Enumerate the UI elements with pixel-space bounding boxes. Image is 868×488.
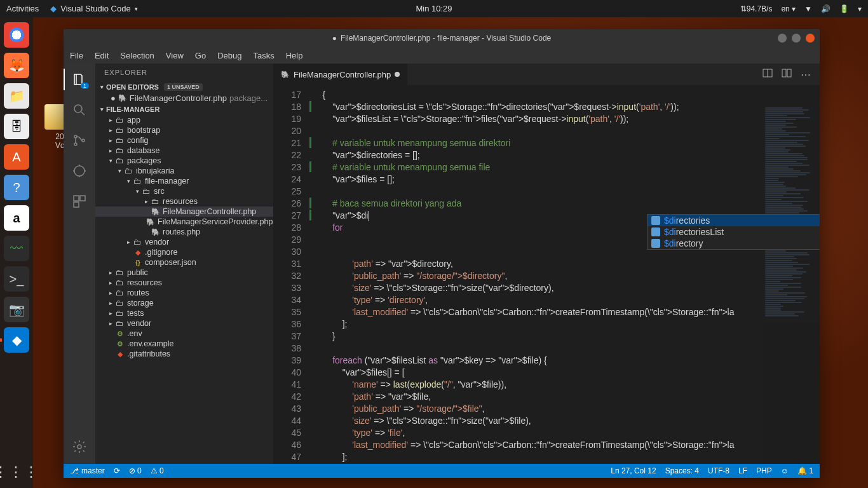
tree-item[interactable]: ◆.gitattributes	[95, 349, 273, 359]
folder-icon: 🗀	[116, 156, 125, 165]
dock-nautilus[interactable]: 🗄	[4, 114, 29, 139]
tree-item[interactable]: ▾🗀src	[95, 186, 273, 196]
minimap[interactable]	[763, 107, 820, 464]
menu-debug[interactable]: Debug	[217, 51, 241, 60]
project-header[interactable]: ▾FILE-MANAGER	[95, 104, 273, 115]
menu-help[interactable]: Help	[286, 51, 303, 60]
network-speed: ⇅94.7B/s	[740, 4, 773, 13]
menu-view[interactable]: View	[166, 51, 184, 60]
folder-icon: 🗀	[125, 166, 133, 175]
tree-item[interactable]: ▸🗀vendor	[95, 237, 273, 247]
tree-item[interactable]: ◆.gitignore	[95, 247, 273, 257]
activity-search[interactable]	[71, 102, 88, 118]
line-gutter[interactable]: 1718192021222324252627282930313233343536…	[273, 85, 313, 464]
tree-item[interactable]: 🐘FileManagerServiceProvider.php	[95, 217, 273, 227]
statusbar: ⎇ master ⟳ ⊘ 0 ⚠ 0 Ln 27, Col 12 Spaces:…	[64, 464, 820, 478]
dock-screenshot[interactable]: 📷	[4, 297, 29, 322]
status-errors[interactable]: ⊘ 0	[129, 466, 142, 475]
keyboard-lang[interactable]: en ▾	[781, 4, 796, 13]
folder-icon: 🗀	[116, 319, 125, 328]
tree-item[interactable]: ▸🗀resources	[95, 196, 273, 207]
status-sync[interactable]: ⟳	[114, 466, 120, 475]
activity-explorer[interactable]: 1	[71, 71, 88, 88]
dock-terminal[interactable]: >_	[4, 266, 29, 292]
more-actions-icon[interactable]: ⋯	[801, 69, 811, 81]
status-eol[interactable]: LF	[738, 466, 747, 475]
tree-item[interactable]: ▸🗀config	[95, 135, 273, 146]
volume-icon[interactable]: 🔊	[821, 4, 831, 13]
open-editor-item[interactable]: ● 🐘 FileManagerController.php package...	[95, 93, 273, 104]
status-indent[interactable]: Spaces: 4	[665, 466, 699, 475]
dock-firefox[interactable]: 🦊	[4, 53, 29, 78]
tree-item[interactable]: ▸🗀storage	[95, 298, 273, 308]
variable-icon	[651, 239, 660, 248]
suggest-item[interactable]: $directories	[648, 215, 820, 226]
svg-rect-5	[74, 196, 79, 201]
tree-item[interactable]: 🐘routes.php	[95, 227, 273, 237]
status-language[interactable]: PHP	[756, 466, 772, 475]
svg-point-4	[74, 166, 85, 176]
status-encoding[interactable]: UTF-8	[708, 466, 729, 475]
editor-tab[interactable]: 🐘 FileManagerController.php	[273, 64, 407, 85]
tree-item[interactable]: ⚙.env	[95, 329, 273, 339]
suggest-item[interactable]: $directoriesList	[648, 226, 820, 238]
dock-help[interactable]: ?	[4, 175, 29, 200]
php-icon: 🐘	[281, 71, 290, 79]
dock-show-apps[interactable]: ⋮⋮⋮	[0, 464, 39, 480]
system-menu-arrow[interactable]: ▾	[858, 4, 862, 13]
tree-item[interactable]: 🐘FileManagerController.php	[95, 207, 273, 217]
suggest-item[interactable]: $directory	[648, 238, 820, 249]
window-minimize[interactable]	[778, 34, 787, 43]
split-editor-icon[interactable]	[763, 68, 773, 81]
dock-vscode[interactable]: ◆	[4, 327, 29, 353]
menu-go[interactable]: Go	[195, 51, 206, 60]
tree-item[interactable]: ▸🗀public	[95, 268, 273, 278]
status-position[interactable]: Ln 27, Col 12	[611, 466, 656, 475]
tree-item[interactable]: ▾🗀ibnujakaria	[95, 166, 273, 176]
menu-tasks[interactable]: Tasks	[253, 51, 274, 60]
tree-item[interactable]: ▾🗀file-manager	[95, 176, 273, 186]
current-app-indicator[interactable]: ◆ Visual Studio Code ▾	[50, 4, 137, 13]
dock-software[interactable]: A	[4, 144, 29, 170]
tree-item[interactable]: ▾🗀packages	[95, 156, 273, 166]
tree-item[interactable]: ▸🗀tests	[95, 308, 273, 318]
menu-edit[interactable]: Edit	[95, 51, 109, 60]
tree-item[interactable]: ▸🗀vendor	[95, 318, 273, 329]
window-close[interactable]	[806, 34, 815, 43]
activity-scm[interactable]	[71, 132, 88, 149]
svg-point-8	[78, 445, 81, 449]
panel-clock[interactable]: Min 10:29	[416, 4, 452, 13]
network-icon[interactable]: ▼	[804, 4, 812, 13]
status-feedback-icon[interactable]: ☺	[781, 466, 789, 475]
side-by-side-icon[interactable]	[782, 68, 792, 81]
code-area[interactable]: 1718192021222324252627282930313233343536…	[273, 85, 820, 464]
dock-amazon[interactable]: a	[4, 205, 29, 231]
folder-icon: 🗀	[116, 309, 125, 318]
tree-item[interactable]: {}composer.json	[95, 257, 273, 268]
code-content[interactable]: { "var">$directoriesList = \"cls">Storag…	[313, 85, 820, 464]
dock-files[interactable]: 📁	[4, 83, 29, 109]
battery-icon[interactable]: 🔋	[839, 4, 849, 13]
folder-icon: 🗀	[116, 299, 125, 308]
activity-extensions[interactable]	[71, 193, 88, 210]
titlebar[interactable]: ●FileManagerController.php - file-manage…	[64, 29, 820, 47]
tree-item[interactable]: ▸🗀database	[95, 146, 273, 156]
tabbar: 🐘 FileManagerController.php ⋯	[273, 64, 820, 85]
activity-debug[interactable]	[71, 163, 88, 179]
status-notifications[interactable]: 🔔 1	[797, 466, 813, 475]
dock-sysmon[interactable]: 〰	[4, 236, 29, 261]
open-editors-header[interactable]: ▾OPEN EDITORS 1 UNSAVED	[95, 81, 273, 93]
activity-settings[interactable]	[71, 438, 88, 455]
window-maximize[interactable]	[792, 34, 801, 43]
menu-file[interactable]: File	[70, 51, 83, 60]
activities-button[interactable]: Activities	[6, 4, 39, 13]
tree-item[interactable]: ⚙.env.example	[95, 339, 273, 349]
dock-chrome[interactable]	[4, 22, 29, 48]
status-branch[interactable]: ⎇ master	[70, 466, 105, 475]
tree-item[interactable]: ▸🗀resources	[95, 278, 273, 288]
tree-item[interactable]: ▸🗀bootstrap	[95, 125, 273, 135]
tree-item[interactable]: ▸🗀app	[95, 115, 273, 125]
status-warnings[interactable]: ⚠ 0	[151, 466, 164, 475]
tree-item[interactable]: ▸🗀routes	[95, 288, 273, 298]
menu-selection[interactable]: Selection	[120, 51, 154, 60]
